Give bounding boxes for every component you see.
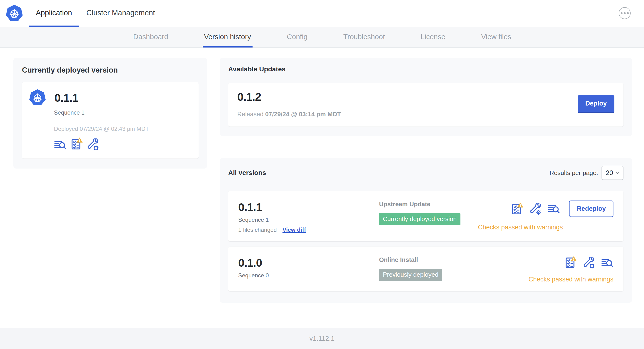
tab-license[interactable]: License [419, 27, 446, 48]
top-header: Application Cluster Management [0, 0, 644, 27]
currently-deployed-title: Currently deployed version [22, 66, 198, 74]
version-row-0-1-0: 0.1.0 Sequence 0 Online Install Previous… [228, 246, 624, 291]
current-version-deployed-date: Deployed 07/29/24 @ 02:43 pm MDT [54, 126, 191, 132]
page-footer: v1.112.1 [0, 328, 644, 349]
row-version-number: 0.1.1 [238, 200, 379, 214]
row-version-number: 0.1.0 [238, 256, 379, 269]
files-changed-label: 1 files changed [238, 226, 277, 233]
available-updates-title: Available Updates [228, 66, 624, 73]
released-date-value: 07/29/24 @ 03:14 pm MDT [265, 110, 341, 118]
update-released-date: Released 07/29/24 @ 03:14 pm MDT [237, 110, 341, 118]
tab-config[interactable]: Config [286, 27, 309, 48]
config-wrench-icon[interactable] [530, 203, 541, 215]
all-versions-panel: All versions Results per page: 20 0.1.1 … [220, 158, 632, 303]
app-logo [0, 0, 29, 27]
tab-troubleshoot[interactable]: Troubleshoot [342, 27, 386, 48]
row-sequence: Sequence 1 [238, 216, 379, 223]
tab-application[interactable]: Application [29, 0, 79, 27]
tab-version-history[interactable]: Version history [203, 27, 252, 48]
preflight-checks-warning-icon[interactable] [565, 256, 577, 269]
checks-status-text: Checks passed with warnings [528, 276, 614, 283]
kubernetes-app-icon [29, 89, 46, 106]
available-updates-panel: Available Updates 0.1.2 Released 07/29/2… [220, 58, 632, 136]
logs-icon[interactable] [548, 203, 560, 214]
released-label: Released [237, 110, 264, 118]
deploy-button[interactable]: Deploy [578, 95, 614, 113]
console-version-text: v1.112.1 [309, 335, 334, 342]
view-diff-link[interactable]: View diff [282, 226, 306, 233]
current-version-sequence: Sequence 1 [54, 109, 191, 116]
status-badge: Previously deployed [379, 269, 442, 281]
checks-status-text: Checks passed with warnings [478, 224, 563, 231]
currently-deployed-card: 0.1.1 Sequence 1 Deployed 07/29/24 @ 02:… [22, 82, 198, 158]
tab-view-files[interactable]: View files [480, 27, 513, 48]
results-per-page-value: 20 [606, 169, 613, 177]
logs-icon[interactable] [601, 257, 614, 268]
ellipsis-icon [624, 12, 626, 14]
more-menu-button[interactable] [619, 7, 631, 19]
chevron-down-icon [616, 172, 620, 174]
ellipsis-icon [627, 12, 629, 14]
version-source-label: Online Install [379, 256, 528, 264]
main-content: Currently deployed version 0.1.1 Sequenc… [0, 48, 644, 328]
section-nav: Dashboard Version history Config Trouble… [0, 27, 644, 48]
ellipsis-icon [620, 12, 622, 14]
version-row-0-1-1: 0.1.1 Sequence 1 1 files changed View di… [228, 191, 624, 241]
row-sequence: Sequence 0 [238, 272, 379, 279]
config-wrench-icon[interactable] [87, 138, 99, 150]
tab-dashboard[interactable]: Dashboard [132, 27, 170, 48]
kubernetes-logo-icon [5, 4, 24, 22]
logs-icon[interactable] [54, 139, 66, 150]
config-wrench-icon[interactable] [583, 256, 595, 268]
redeploy-button[interactable]: Redeploy [569, 200, 614, 217]
preflight-checks-warning-icon[interactable] [511, 202, 523, 215]
update-version-number: 0.1.2 [237, 90, 341, 103]
app-level-tabs: Application Cluster Management [29, 0, 162, 27]
results-per-page-select[interactable]: 20 [602, 166, 624, 180]
currently-deployed-panel: Currently deployed version 0.1.1 Sequenc… [13, 58, 207, 168]
current-version-number: 0.1.1 [54, 91, 78, 104]
tab-cluster-management[interactable]: Cluster Management [79, 0, 162, 27]
status-badge: Currently deployed version [379, 213, 460, 225]
preflight-checks-warning-icon[interactable] [71, 138, 82, 150]
version-source-label: Upstream Update [379, 200, 478, 208]
update-card: 0.1.2 Released 07/29/24 @ 03:14 pm MDT D… [228, 83, 624, 126]
right-column: Available Updates 0.1.2 Released 07/29/2… [220, 58, 632, 303]
all-versions-title: All versions [228, 169, 266, 177]
results-per-page-label: Results per page: [550, 169, 598, 177]
